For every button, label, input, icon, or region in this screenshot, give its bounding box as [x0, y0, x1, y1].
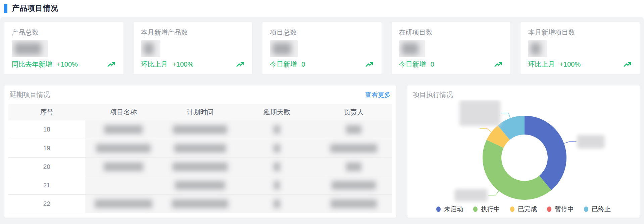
legend-item[interactable]: 已终止	[584, 205, 611, 214]
blurred-value	[141, 40, 160, 57]
table-col-header: 项目名称	[85, 104, 162, 120]
blurred-cell-delay-days	[239, 157, 315, 176]
legend-dot-icon	[473, 207, 478, 212]
blurred-value	[528, 40, 547, 57]
label-leader-line	[564, 142, 577, 143]
metric-label: 同比去年新增	[12, 60, 52, 69]
view-more-link[interactable]: 查看更多	[365, 90, 391, 99]
seq-cell: 22	[8, 194, 85, 213]
legend-item[interactable]: 未启动	[436, 205, 463, 214]
metric-value: +100%	[559, 61, 581, 68]
blurred-value-blob	[14, 43, 41, 55]
blurred-cell-plan-time	[162, 139, 239, 157]
stat-card-title: 本月新增产品数	[141, 28, 245, 37]
legend-dot-icon	[436, 207, 441, 212]
blurred-value	[399, 40, 425, 57]
stat-card: 产品总数 同比去年新增 +100%	[4, 22, 124, 75]
section-accent-bar	[4, 4, 7, 13]
blurred-cell-delay-days	[239, 120, 315, 139]
legend-label: 暂停中	[555, 205, 574, 214]
stat-card-metric: 环比上月 +100%	[141, 60, 245, 69]
execution-panel-title: 项目执行情况	[413, 90, 453, 99]
legend-label: 执行中	[481, 205, 500, 214]
label-leader-line	[488, 191, 499, 195]
legend-dot-icon	[584, 207, 588, 212]
blurred-slice-label	[455, 189, 488, 201]
blurred-cell-project-name	[85, 120, 162, 139]
stat-card-title: 产品总数	[12, 28, 116, 37]
seq-cell: 18	[8, 120, 85, 139]
blurred-cell-delay-days	[239, 194, 315, 213]
blurred-cell-project-name	[85, 157, 162, 176]
blurred-cell-project-name	[85, 194, 162, 213]
metric-value: 0	[431, 61, 434, 68]
blurred-cell-owner	[315, 157, 392, 176]
metric-value: 0	[301, 61, 305, 68]
stat-cards-row: 产品总数 同比去年新增 +100% 本月新增产品数 环比上月 +100%	[4, 22, 640, 75]
stat-card-metric: 同比去年新增 +100%	[12, 60, 116, 69]
trend-up-icon	[623, 61, 632, 69]
stat-card-metric: 环比上月 +100%	[528, 60, 632, 69]
legend-item[interactable]: 已完成	[510, 205, 537, 214]
trend-up-icon	[236, 61, 245, 69]
metric-label: 环比上月	[141, 60, 168, 69]
blurred-cell-project-name	[85, 176, 162, 194]
stat-card-title: 项目总数	[270, 28, 374, 37]
seq-cell: 20	[8, 157, 85, 176]
blurred-cell-plan-time	[162, 157, 239, 176]
legend-item[interactable]: 执行中	[473, 205, 500, 214]
panels-row: 延期项目情况 查看更多 序号项目名称计划时间延期天数负责人 18 19 20 2…	[4, 85, 640, 218]
metric-label: 今日新增	[399, 60, 426, 69]
table-row: 19	[8, 139, 392, 157]
table-row: 18	[8, 120, 392, 139]
donut-slice-0[interactable]	[525, 116, 566, 190]
blurred-cell-delay-days	[239, 139, 315, 157]
blurred-value-blob	[531, 43, 541, 55]
donut-slice-1[interactable]	[483, 140, 551, 200]
table-col-header: 计划时间	[162, 104, 239, 120]
execution-panel: 项目执行情况 未启动 执行中 已完成 暂停中 已终止	[407, 85, 640, 218]
table-row: 21	[8, 176, 392, 194]
blurred-slice-label	[577, 135, 605, 148]
blurred-value-blob	[144, 43, 154, 55]
blurred-cell-owner	[315, 120, 392, 139]
table-col-header: 延期天数	[239, 104, 315, 120]
blurred-cell-owner	[315, 194, 392, 213]
table-row: 20	[8, 157, 392, 176]
stat-card-title: 本月新增项目数	[528, 28, 632, 37]
donut-chart	[407, 100, 640, 216]
table-col-header: 负责人	[315, 104, 392, 120]
label-leader-line	[480, 129, 491, 132]
legend-dot-icon	[510, 207, 514, 212]
metric-label: 今日新增	[270, 60, 297, 69]
blurred-cell-plan-time	[162, 120, 239, 139]
table-header-row: 序号项目名称计划时间延期天数负责人	[8, 104, 392, 120]
stat-card: 在研项目数 今日新增 0	[391, 22, 511, 75]
blurred-cell-owner	[315, 139, 392, 157]
legend-item[interactable]: 暂停中	[547, 205, 574, 214]
metric-value: +100%	[172, 61, 194, 68]
label-leader-line	[501, 113, 510, 118]
legend-label: 已终止	[592, 205, 611, 214]
blurred-cell-plan-time	[162, 176, 239, 194]
blurred-value-blob	[402, 43, 418, 55]
table-col-header: 序号	[8, 104, 85, 120]
delayed-projects-panel: 延期项目情况 查看更多 序号项目名称计划时间延期天数负责人 18 19 20 2…	[4, 85, 396, 218]
trend-up-icon	[494, 61, 503, 69]
page-title: 产品项目情况	[12, 3, 58, 13]
blurred-slice-label	[459, 100, 500, 126]
blurred-value	[270, 40, 298, 57]
blurred-cell-delay-days	[239, 176, 315, 194]
blurred-cell-plan-time	[162, 194, 239, 213]
blurred-value	[12, 40, 48, 57]
blurred-cell-owner	[315, 176, 392, 194]
trend-up-icon	[365, 61, 374, 69]
dashboard-content: 产品总数 同比去年新增 +100% 本月新增产品数 环比上月 +100%	[0, 17, 644, 224]
legend-label: 已完成	[518, 205, 537, 214]
metric-label: 环比上月	[528, 60, 555, 69]
metric-value: +100%	[57, 61, 78, 68]
blurred-value-blob	[273, 43, 291, 55]
seq-cell: 19	[8, 139, 85, 157]
stat-card: 本月新增产品数 环比上月 +100%	[133, 22, 253, 75]
blurred-cell-project-name	[85, 139, 162, 157]
